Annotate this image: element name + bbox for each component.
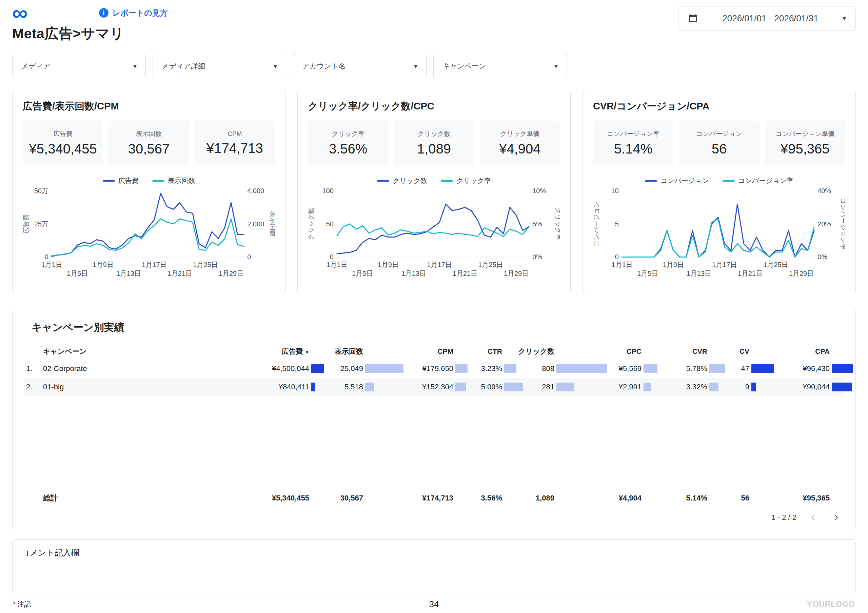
value-bar [709,364,725,373]
line-chart: 05100%20%40%コンバージョンコンバージョン率1月1日1月5日1月9日1… [593,186,845,280]
report-guide-link[interactable]: i レポートの見方 [99,8,168,18]
header-CPM[interactable]: CPM [377,347,467,356]
header: ∞ i レポートの見方 Meta広告>サマリ 2026/01/01 - 2026… [12,5,856,43]
calendar-icon [688,13,698,23]
header-CVR[interactable]: CVR [655,347,721,356]
bar-zone [707,493,721,503]
comment-box[interactable]: コメント記入欄 [12,539,856,594]
legend-swatch [645,180,657,182]
filter-media[interactable]: メディア▾ [12,54,146,78]
svg-text:1月17日: 1月17日 [427,261,452,268]
metric-value: 5.09% [467,382,502,392]
svg-text:1月5日: 1月5日 [352,270,373,277]
cell-metric: ¥90,044 [763,382,843,392]
cell-metric: 3.32% [655,382,721,392]
svg-text:2,000: 2,000 [247,220,264,228]
bar-zone [707,382,721,392]
campaign-table-card: キャンペーン別実績 キャンペーン広告費▼表示回数CPMCTRクリック数CPCCV… [12,309,856,530]
bar-zone [363,364,377,373]
svg-text:1月13日: 1月13日 [116,270,141,277]
legend-item: クリック率 [441,176,491,185]
bar-zone [554,347,568,356]
prev-page-button[interactable] [807,511,820,524]
cell-metric: 281 [516,382,568,392]
kpi-value: 3.56% [329,141,367,156]
total-metric: ¥95,365 [763,493,843,503]
bar-zone [707,347,721,356]
cell-metric: ¥4,500,044 [222,364,323,373]
header-表示回数[interactable]: 表示回数 [323,347,377,356]
filter-media-detail[interactable]: メディア詳細▾ [153,54,286,78]
header-CV[interactable]: CV [721,347,763,356]
bar-zone [309,364,323,373]
svg-text:表示回数: 表示回数 [270,211,275,237]
svg-text:広告費: 広告費 [23,214,29,234]
header-campaign[interactable]: キャンペーン [43,347,222,356]
kpi-tile: コンバージョン率5.14% [593,121,673,166]
bar-zone [554,364,568,373]
svg-text:10: 10 [611,187,619,195]
value-bar [311,364,324,373]
svg-text:1月5日: 1月5日 [637,270,658,277]
filter-label: キャンペーン [442,61,486,71]
date-range-value: 2026/01/01 - 2026/01/31 [707,13,834,24]
svg-text:100: 100 [322,187,334,195]
next-page-button[interactable] [830,511,843,524]
page-number: 34 [429,599,439,610]
bar-zone [453,347,467,356]
date-range-picker[interactable]: 2026/01/01 - 2026/01/31 ▾ [678,6,856,31]
bar-zone [453,364,467,373]
svg-text:クリック数: クリック数 [308,207,315,240]
svg-text:1月13日: 1月13日 [687,270,711,277]
kpi-value: 1,089 [417,141,451,156]
kpi-value: ¥174,713 [206,141,263,156]
metric-value: 25,049 [323,364,363,373]
kpi-label: コンバージョン率 [607,130,659,138]
svg-text:コンバージョン率: コンバージョン率 [840,198,845,250]
svg-text:1月9日: 1月9日 [663,261,684,268]
chevron-down-icon: ▾ [843,14,846,22]
bar-zone [830,347,843,356]
metric-value: ¥90,044 [763,382,830,392]
svg-text:1月29日: 1月29日 [504,270,529,277]
filter-label: アカウント名 [302,61,346,71]
value-bar [751,382,756,392]
total-label: 総計 [43,493,222,503]
svg-text:10%: 10% [532,187,546,195]
value-bar [456,364,468,373]
bar-zone [642,493,655,503]
filter-campaign[interactable]: キャンペーン▾ [433,54,567,78]
svg-text:1月21日: 1月21日 [738,270,763,277]
header-CPC[interactable]: CPC [568,347,655,356]
svg-text:1月1日: 1月1日 [41,261,62,268]
filter-bar: メディア▾メディア詳細▾アカウント名▾キャンペーン▾ [12,54,856,78]
cell-metric: 5,518 [323,382,377,392]
value-bar [643,382,651,392]
campaign-table: キャンペーン広告費▼表示回数CPMCTRクリック数CPCCVRCVCPA1.02… [24,343,844,508]
legend-label: クリック率 [456,176,491,185]
svg-text:コンバージョン: コンバージョン [593,201,600,247]
kpi-tile: クリック単価¥4,904 [480,121,560,166]
bar-zone [309,493,323,503]
total-metric: ¥174,713 [377,493,467,503]
svg-text:1月17日: 1月17日 [142,261,166,268]
header-広告費[interactable]: 広告費▼ [222,347,323,356]
bar-zone [749,493,763,503]
header-CTR[interactable]: CTR [467,347,516,356]
svg-text:1月17日: 1月17日 [712,261,737,268]
bar-zone [363,493,377,503]
header-label: CPA [763,347,830,356]
header-クリック数[interactable]: クリック数 [516,347,568,356]
bar-zone [453,382,467,392]
svg-text:1月25日: 1月25日 [478,261,503,268]
value-bar [311,382,315,392]
svg-text:1月25日: 1月25日 [193,261,218,268]
kpi-row: コンバージョン率5.14%コンバージョン56コンバージョン単価¥95,365 [593,121,845,166]
metric-value: 5,518 [323,382,363,392]
filter-account-name[interactable]: アカウント名▾ [293,54,426,78]
value-bar [504,364,516,373]
header-CPA[interactable]: CPA [763,347,843,356]
value-bar [456,382,466,392]
kpi-label: クリック数 [418,130,451,138]
bar-zone [749,347,763,356]
